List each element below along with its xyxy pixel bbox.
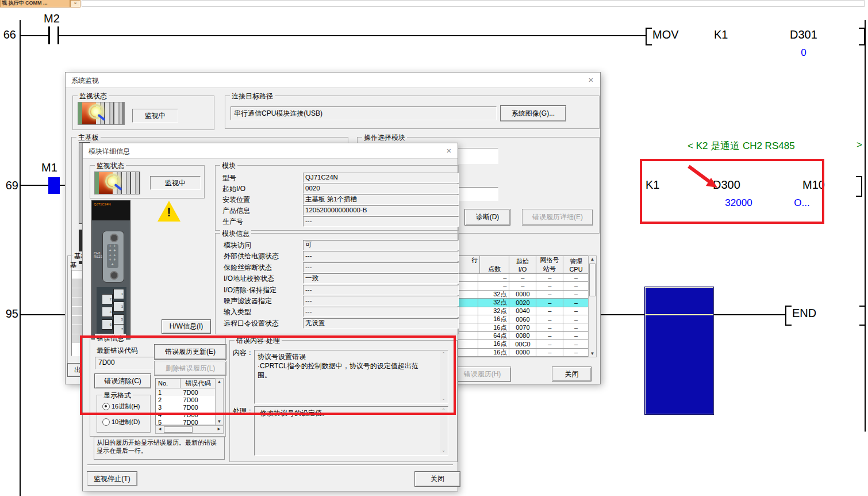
module-table-scrollbar[interactable]: ▲ ▼ (588, 255, 597, 357)
monitor-status-icon (78, 102, 125, 125)
field-label: 外部供给电源状态 (224, 251, 279, 261)
mov-mnemonic[interactable]: MOV (652, 28, 679, 41)
warning-icon: ! (158, 201, 180, 222)
rung-number-66: 66 (0, 28, 16, 41)
terminal-block-icon: 1 2 3 4 5 6 7 (97, 287, 126, 334)
field-label: 型号 (222, 173, 236, 183)
field-value: --- (303, 262, 459, 273)
monitor-stop-button[interactable]: 监视停止(T) (87, 471, 137, 486)
error-table-vscrollbar[interactable]: ▲ ▼ (215, 378, 224, 425)
action-textarea[interactable]: ·修改协议号的设定值。 ⌃ ⌄ (254, 406, 448, 456)
m10-monitor-value: O... (788, 197, 816, 209)
system-image-button[interactable]: 系统图像(G)... (500, 105, 566, 121)
hw-info-button[interactable]: H/W信息(I) (162, 319, 211, 334)
scroll-up-icon[interactable]: ▲ (589, 256, 596, 262)
scroll-left-icon[interactable]: ◄ (157, 426, 163, 432)
error-row[interactable]: 17D00 (156, 388, 216, 396)
field-label: 远程口令设置状态 (224, 319, 279, 329)
module-detail-titlebar[interactable]: 模块详细信息 × (83, 143, 458, 159)
error-history-detail-button[interactable]: 错误履历详细(E) (522, 209, 593, 226)
field-value: 主基板 第1个插槽 (303, 194, 459, 205)
error-code-header: 错误代码 (180, 379, 216, 388)
latest-error-code-label: 最新错误代码 (97, 346, 138, 356)
tab-close-icon[interactable]: × (70, 0, 80, 7)
field-value: --- (303, 285, 459, 295)
system-monitor-close-button[interactable]: 关闭 (552, 367, 592, 381)
connection-path-field[interactable]: 串行通信CPU模块连接(USB) (231, 106, 497, 120)
rung66-wire2 (59, 35, 646, 36)
d301-monitor-value: 0 (790, 47, 817, 59)
module-detail-close-button[interactable]: 关闭 (414, 471, 460, 487)
error-history-delete-button[interactable]: 删除错误履历(L) (154, 361, 226, 376)
radio-dec-label[interactable]: 10进制(D) (112, 418, 140, 426)
error-row[interactable]: 47D00 (156, 411, 216, 418)
end-instruction[interactable]: END (792, 307, 816, 320)
error-history-note: 从旧的履历开始显示错误履历。最新的错误显示在最后一行。 (94, 437, 225, 460)
rung69-operand-m10[interactable]: M10 (802, 178, 825, 192)
error-history-button[interactable]: 错误履历(H) (454, 367, 511, 382)
header-cpu: 管理 CPU (563, 256, 589, 273)
tab-active-label: 视 执行中 COMM ... (2, 0, 48, 6)
contact-m2-bar-left (48, 26, 50, 44)
radio-dec[interactable] (102, 418, 110, 426)
db9-connector-icon: + ++ ++ ++ ++ (102, 231, 124, 283)
field-label: I/O地址校验状态 (224, 274, 274, 284)
contact-m1-energized[interactable] (48, 177, 60, 194)
detail-monitor-status-label: 监视状态 (95, 161, 126, 171)
scroll-down-icon[interactable]: ▼ (589, 350, 596, 357)
rung-number-69: 69 (2, 179, 18, 192)
module-image-model: QJ71C24N (94, 203, 111, 206)
error-table-hscrollbar[interactable]: ◄ ► (155, 425, 224, 434)
radio-hex[interactable] (102, 403, 110, 410)
error-row[interactable]: 27D00 (156, 396, 216, 403)
field-label: 产品信息 (222, 206, 250, 216)
field-value: 无设置 (303, 318, 459, 329)
module-group: 模块 型号 QJ71C24N 起始I/O 0020 安装位置 主基板 第1个插槽… (215, 165, 459, 231)
mov-operand-d301[interactable]: D301 (790, 28, 817, 41)
tab-bar: 视 执行中 COMM ... × (0, 0, 868, 7)
rung69-operand-d300[interactable]: D300 (713, 178, 740, 192)
module-detail-dialog: 模块详细信息 × 监视状态 监视中 QJ71C24N CH1 RS232 + +… (82, 143, 458, 491)
operation-select-label: 操作选择模块 (362, 133, 407, 143)
scroll-down-icon[interactable]: ⌄ (440, 447, 447, 453)
radio-hex-label[interactable]: 16进制(H) (112, 402, 140, 411)
header-start-io: 起始 I/O (509, 256, 536, 273)
connection-path-value: 串行通信CPU模块连接(USB) (234, 109, 322, 117)
module-info-group: 模块信息 模块访问 可 外部供给电源状态 --- 保险丝熔断状态 --- I/O… (215, 233, 459, 334)
diagnose-button[interactable]: 诊断(D) (464, 209, 510, 226)
scroll-down-icon[interactable]: ▼ (216, 418, 223, 425)
scroll-up-icon[interactable]: ▲ (216, 379, 223, 385)
field-label: 模块访问 (224, 241, 251, 250)
module-detail-close-icon[interactable]: × (443, 146, 455, 156)
system-monitor-close-icon[interactable]: × (585, 75, 597, 85)
module-image: QJ71C24N CH1 RS232 + ++ ++ ++ ++ 1 2 3 4… (91, 200, 130, 339)
base-list-tab: 基 (70, 261, 77, 270)
system-monitor-title: 系统监视 (71, 76, 99, 86)
tab-active[interactable]: 视 执行中 COMM ... (0, 0, 70, 7)
ladder-cursor[interactable] (644, 287, 714, 415)
error-row[interactable]: 57D00 (156, 418, 216, 425)
error-history-update-button[interactable]: 错误履历更新(E) (154, 344, 226, 360)
contact-label-m1: M1 (41, 161, 57, 174)
mov-operand-k1[interactable]: K1 (714, 28, 728, 41)
module-detail-title: 模块详细信息 (89, 147, 130, 157)
monitor-status-group: 监视状态 监视中 (72, 96, 214, 130)
content-textarea[interactable]: 协议号设置错误 ·CPRTCL指令的控制数据中，协议号的设定值超出范围。 ⌃ ⌄ (254, 350, 448, 404)
detail-monitor-state-text: 监视中 (165, 178, 186, 188)
rung-comment: < K2 是通道 CH2 RS485 (688, 139, 795, 152)
system-monitor-titlebar[interactable]: 系统监视 × (66, 73, 600, 88)
detail-monitor-status-icon (94, 171, 140, 194)
error-history-table[interactable]: No. 错误代码 17D00 27D00 37D00 47D00 57D00 (155, 378, 216, 425)
error-clear-button[interactable]: 错误清除(C) (94, 373, 151, 388)
hscroll-thumb[interactable] (164, 426, 193, 433)
field-value: --- (303, 251, 459, 261)
field-label: I/O清除·保持指定 (224, 285, 276, 295)
scroll-up-icon[interactable]: ⌃ (440, 351, 447, 357)
error-row[interactable]: 37D00 (156, 403, 216, 411)
scroll-thumb[interactable] (589, 264, 596, 296)
rung69-operand-k1[interactable]: K1 (646, 178, 659, 192)
scroll-up-icon[interactable]: ⌃ (440, 407, 447, 414)
field-value: 0020 (303, 184, 459, 194)
scroll-down-icon[interactable]: ⌄ (440, 395, 447, 402)
scroll-right-icon[interactable]: ► (216, 426, 222, 432)
